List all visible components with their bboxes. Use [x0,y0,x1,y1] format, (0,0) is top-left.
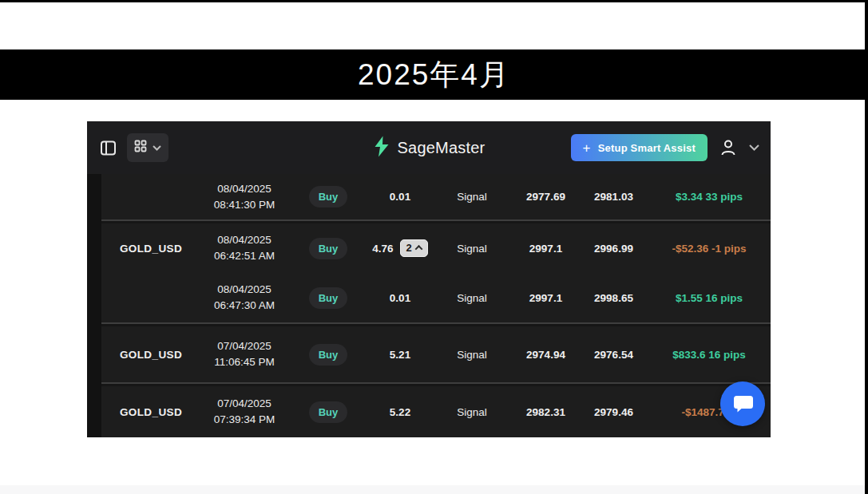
order-type-cell: Signal [432,406,512,418]
pnl-cell: $833.6 16 pips [672,349,746,361]
table-row[interactable]: 08/04/202508:41:30 PM Buy 0.01 Signal 29… [101,174,771,219]
quantity-cell: 5.22 [368,406,432,418]
sidebar-toggle-icon[interactable] [100,140,117,156]
right-border [865,0,868,494]
order-type-cell: Signal [432,349,512,361]
layout-grid-dropdown[interactable] [127,133,168,162]
app-name: SageMaster [398,139,486,157]
app-window: SageMaster + Setup Smart Assist [87,121,771,437]
order-type-cell: Signal [432,243,512,255]
app-header: SageMaster + Setup Smart Assist [87,121,771,174]
table-row[interactable]: GOLD_USD 07/04/202507:39:34 PM Buy 5.22 … [101,386,771,437]
buy-badge[interactable]: Buy [309,401,348,423]
instrument-cell: GOLD_USD [101,243,200,255]
quantity-cell: 0.01 [368,191,432,203]
header-left-group [100,121,168,174]
open-price-cell: 2982.31 [512,406,580,418]
setup-smart-assist-label: Setup Smart Assist [598,142,696,154]
buy-badge[interactable]: Buy [309,238,348,259]
open-price-cell: 2997.1 [512,243,580,255]
buy-badge[interactable]: Buy [309,287,348,309]
trades-table: 08/04/202508:41:30 PM Buy 0.01 Signal 29… [87,174,771,437]
table-row[interactable]: GOLD_USD 07/04/202511:06:45 PM Buy 5.21 … [101,326,771,382]
buy-badge[interactable]: Buy [309,344,348,366]
slide-title-banner: 2025年4月 [0,49,868,100]
chat-widget-button[interactable] [720,381,765,426]
chat-bubble-icon [732,392,754,417]
quantity-cell: 4.76 2 [368,239,432,257]
datetime-cell: 08/04/202506:42:51 AM [214,232,275,264]
order-type-cell: Signal [432,292,512,304]
pnl-cell: $1.55 16 pips [676,292,743,304]
datetime-cell: 08/04/202508:41:30 PM [214,181,275,213]
account-chevron-down-icon[interactable] [749,144,759,151]
datetime-cell: 08/04/202506:47:30 AM [214,282,275,314]
datetime-cell: 07/04/202507:39:34 PM [214,396,275,428]
header-right-group: + Setup Smart Assist [571,121,759,174]
close-price-cell: 2996.99 [580,243,648,255]
grid-icon [134,140,147,156]
top-border [0,0,868,2]
open-price-cell: 2997.1 [512,292,580,304]
open-price-cell: 2977.69 [512,191,580,203]
chevron-up-icon [414,245,422,253]
close-price-cell: 2998.65 [580,292,648,304]
quantity-cell: 5.21 [368,349,432,361]
pnl-cell: $3.34 33 pips [676,191,743,203]
table-row[interactable]: 08/04/202506:47:30 AM Buy 0.01 Signal 29… [101,273,771,322]
collapse-positions-button[interactable]: 2 [400,239,428,257]
close-price-cell: 2979.46 [580,406,648,418]
plus-icon: + [583,141,591,155]
pnl-cell: -$52.36 -1 pips [672,243,746,255]
instrument-cell: GOLD_USD [101,349,200,361]
chevron-down-icon [153,145,161,151]
slide-title: 2025年4月 [358,55,510,95]
close-price-cell: 2981.03 [580,191,648,203]
order-type-cell: Signal [432,191,512,203]
close-price-cell: 2976.54 [580,349,648,361]
trades-rows: 08/04/202508:41:30 PM Buy 0.01 Signal 29… [101,174,771,437]
page: 2025年4月 [0,0,868,494]
lightning-bolt-icon [373,136,390,160]
setup-smart-assist-button[interactable]: + Setup Smart Assist [571,134,707,161]
buy-badge[interactable]: Buy [309,186,348,207]
open-price-cell: 2974.94 [512,349,580,361]
bottom-strip [0,485,868,494]
user-account-icon[interactable] [718,137,739,158]
quantity-cell: 0.01 [368,292,432,304]
datetime-cell: 07/04/202511:06:45 PM [214,338,275,370]
instrument-cell: GOLD_USD [101,406,200,418]
table-row[interactable]: GOLD_USD 08/04/202506:42:51 AM Buy 4.76 … [101,223,771,273]
